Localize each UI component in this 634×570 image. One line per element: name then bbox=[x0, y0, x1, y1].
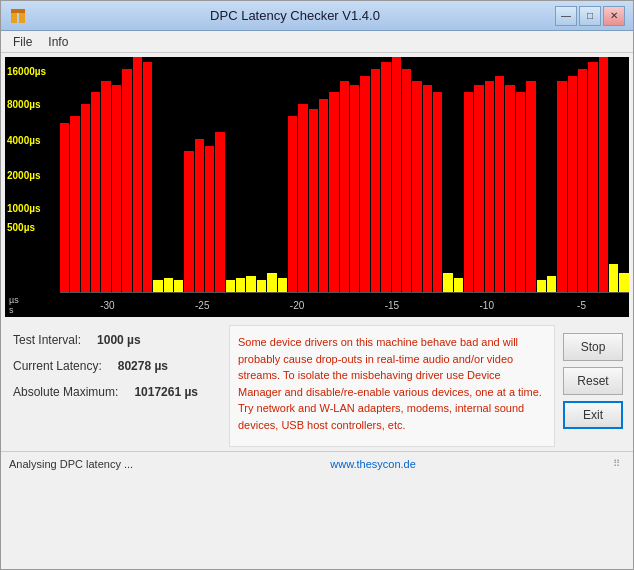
bar-fill bbox=[423, 85, 432, 292]
bar-fill bbox=[381, 62, 390, 292]
chart-bar bbox=[360, 57, 369, 292]
resize-grip-icon: ⠿ bbox=[613, 458, 625, 470]
chart-bar bbox=[443, 57, 452, 292]
bar-fill bbox=[599, 57, 608, 292]
chart-bar bbox=[205, 57, 214, 292]
bar-fill bbox=[464, 92, 473, 292]
test-interval-row: Test Interval: 1000 µs bbox=[13, 333, 217, 347]
y-axis-label: 1000µs bbox=[7, 203, 41, 214]
absolute-max-label: Absolute Maximum: bbox=[13, 385, 118, 399]
chart-bar bbox=[423, 57, 432, 292]
stop-button[interactable]: Stop bbox=[563, 333, 623, 361]
chart-bar bbox=[122, 57, 131, 292]
chart-bar bbox=[91, 57, 100, 292]
maximize-button[interactable]: □ bbox=[579, 6, 601, 26]
x-axis-label: -5 bbox=[534, 300, 629, 311]
reset-button[interactable]: Reset bbox=[563, 367, 623, 395]
chart-bar bbox=[70, 57, 79, 292]
chart-bar bbox=[246, 57, 255, 292]
y-axis-labels: 16000µs8000µs4000µs2000µs1000µs500µs bbox=[5, 57, 60, 317]
chart-bar bbox=[619, 57, 628, 292]
minimize-button[interactable]: — bbox=[555, 6, 577, 26]
bar-fill bbox=[164, 278, 173, 292]
chart-bar bbox=[433, 57, 442, 292]
chart-bar bbox=[81, 57, 90, 292]
bar-fill bbox=[412, 81, 421, 293]
chart-bar bbox=[174, 57, 183, 292]
chart-bar bbox=[164, 57, 173, 292]
bar-fill bbox=[609, 264, 618, 292]
chart-bar bbox=[60, 57, 69, 292]
bar-fill bbox=[153, 280, 162, 292]
current-latency-label: Current Latency: bbox=[13, 359, 102, 373]
chart-bar bbox=[526, 57, 535, 292]
absolute-max-value: 1017261 µs bbox=[134, 385, 198, 399]
bar-fill bbox=[143, 62, 152, 292]
bar-fill bbox=[454, 278, 463, 292]
chart-bar bbox=[288, 57, 297, 292]
svg-rect-2 bbox=[11, 9, 25, 13]
bar-fill bbox=[246, 276, 255, 292]
chart-bar bbox=[340, 57, 349, 292]
chart-bar bbox=[495, 57, 504, 292]
chart-bar bbox=[195, 57, 204, 292]
bar-fill bbox=[360, 76, 369, 292]
latency-chart: 16000µs8000µs4000µs2000µs1000µs500µs -30… bbox=[5, 57, 629, 317]
bar-fill bbox=[557, 81, 566, 293]
bar-fill bbox=[298, 104, 307, 292]
warning-text: Some device drivers on this machine beha… bbox=[238, 336, 542, 431]
bar-fill bbox=[329, 92, 338, 292]
y-axis-label: 4000µs bbox=[7, 135, 41, 146]
bar-fill bbox=[112, 85, 121, 292]
chart-bar bbox=[609, 57, 618, 292]
chart-bar bbox=[153, 57, 162, 292]
chart-bar bbox=[474, 57, 483, 292]
chart-bar bbox=[267, 57, 276, 292]
bar-fill bbox=[70, 116, 79, 292]
bar-fill bbox=[81, 104, 90, 292]
chart-bar bbox=[278, 57, 287, 292]
y-axis-label: 16000µs bbox=[7, 66, 46, 77]
bar-fill bbox=[226, 280, 235, 292]
x-axis-label: -15 bbox=[344, 300, 439, 311]
x-axis-label: -25 bbox=[155, 300, 250, 311]
website-link[interactable]: www.thesycon.de bbox=[330, 458, 416, 470]
bar-fill bbox=[122, 69, 131, 292]
bar-fill bbox=[340, 81, 349, 293]
chart-bar bbox=[516, 57, 525, 292]
bar-fill bbox=[184, 151, 193, 292]
bar-fill bbox=[195, 139, 204, 292]
absolute-max-row: Absolute Maximum: 1017261 µs bbox=[13, 385, 217, 399]
close-button[interactable]: ✕ bbox=[603, 6, 625, 26]
bar-fill bbox=[443, 273, 452, 292]
info-panel: Test Interval: 1000 µs Current Latency: … bbox=[1, 321, 633, 451]
bar-fill bbox=[60, 123, 69, 292]
chart-bar bbox=[381, 57, 390, 292]
main-window: DPC Latency Checker V1.4.0 — □ ✕ File In… bbox=[0, 0, 634, 570]
bar-fill bbox=[236, 278, 245, 292]
chart-bar bbox=[547, 57, 556, 292]
y-axis-label: 500µs bbox=[7, 222, 35, 233]
menu-item-info[interactable]: Info bbox=[40, 33, 76, 51]
bar-fill bbox=[174, 280, 183, 292]
bar-fill bbox=[568, 76, 577, 292]
chart-bar bbox=[568, 57, 577, 292]
bar-fill bbox=[433, 92, 442, 292]
bar-fill bbox=[485, 81, 494, 293]
window-title: DPC Latency Checker V1.4.0 bbox=[35, 8, 555, 23]
bar-fill bbox=[133, 57, 142, 292]
exit-button[interactable]: Exit bbox=[563, 401, 623, 429]
bar-fill bbox=[309, 109, 318, 292]
x-axis-label: -20 bbox=[250, 300, 345, 311]
menu-item-file[interactable]: File bbox=[5, 33, 40, 51]
chart-bar bbox=[392, 57, 401, 292]
chart-bar bbox=[226, 57, 235, 292]
x-axis-label: -30 bbox=[60, 300, 155, 311]
chart-bar bbox=[133, 57, 142, 292]
x-axis: -30-25-20-15-10-5 bbox=[60, 292, 629, 317]
y-axis-label: 2000µs bbox=[7, 170, 41, 181]
chart-bar bbox=[505, 57, 514, 292]
chart-bar bbox=[464, 57, 473, 292]
bar-fill bbox=[267, 273, 276, 292]
bar-fill bbox=[205, 146, 214, 292]
